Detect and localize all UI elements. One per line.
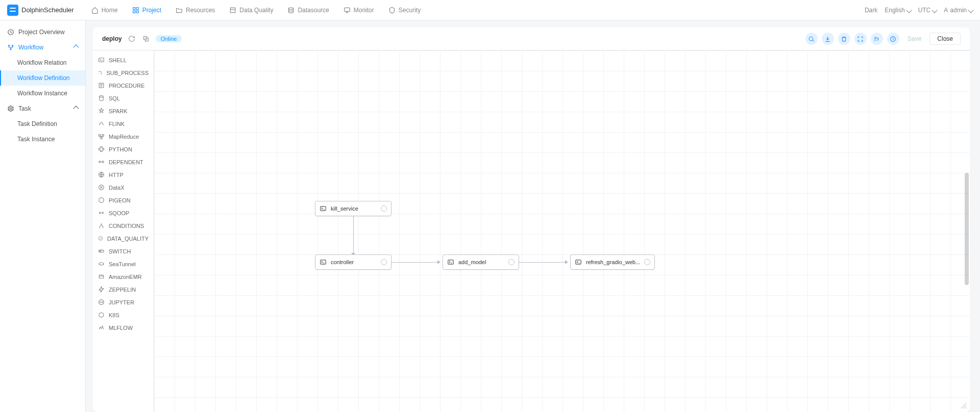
- nav-project[interactable]: Project: [127, 4, 166, 17]
- sidebar-item-wf-relation[interactable]: Workflow Relation: [0, 55, 85, 70]
- workflow-canvas[interactable]: kill_service controller add_model: [154, 50, 970, 412]
- sidebar-group-workflow[interactable]: Workflow: [0, 40, 85, 55]
- svg-rect-4: [231, 8, 235, 12]
- chevron-up-icon: [73, 106, 79, 111]
- version-button[interactable]: [887, 33, 899, 45]
- user-prefix: A: [944, 7, 948, 14]
- sidebar-item-label: Task Instance: [17, 136, 55, 143]
- palette-item-sqoop[interactable]: SQOOP: [93, 207, 154, 219]
- svg-rect-38: [576, 260, 581, 264]
- palette-label: MapReduce: [109, 134, 139, 140]
- svg-point-10: [10, 48, 11, 49]
- node-label: add_model: [458, 259, 504, 265]
- shield-icon: [388, 7, 396, 14]
- svg-point-20: [100, 96, 104, 97]
- nav-home[interactable]: Home: [86, 4, 123, 17]
- palette-item-k8s[interactable]: K8S: [93, 308, 154, 321]
- palette-item-conditions[interactable]: CONDITIONS: [93, 219, 154, 232]
- palette-item-flink[interactable]: FLINK: [93, 117, 154, 130]
- palette-item-procedure[interactable]: PROCEDURE: [93, 79, 154, 92]
- close-button[interactable]: Close: [929, 33, 961, 45]
- refresh-icon[interactable]: [127, 34, 136, 43]
- shell-icon: [575, 259, 582, 266]
- gear-icon: [7, 105, 14, 112]
- nav-datasource[interactable]: Datasource: [282, 4, 334, 17]
- format-button[interactable]: [871, 33, 883, 45]
- palette-item-jupyter[interactable]: JUPYTER: [93, 296, 154, 308]
- save-button[interactable]: Save: [903, 33, 925, 44]
- palette-item-amazonemr[interactable]: AmazonEMR: [93, 270, 154, 283]
- timezone-select[interactable]: UTC: [918, 7, 937, 14]
- svg-rect-2: [133, 11, 135, 13]
- shell-icon: [447, 259, 454, 266]
- palette-label: SeaTunnel: [109, 261, 136, 267]
- sidebar-item-label: Project Overview: [18, 29, 65, 36]
- nav-monitor-label: Monitor: [354, 7, 374, 14]
- sidebar-item-wf-instance[interactable]: Workflow Instance: [0, 86, 85, 101]
- chevron-down-icon: [932, 7, 938, 13]
- chevron-up-icon: [73, 44, 79, 50]
- workflow-name: deploy: [102, 35, 122, 42]
- node-label: controller: [331, 259, 377, 265]
- palette-item-http[interactable]: HTTP: [93, 168, 154, 181]
- topbar-right: Dark English UTC A admin: [865, 7, 973, 14]
- svg-rect-16: [99, 58, 104, 62]
- edge: [390, 262, 438, 263]
- task-palette[interactable]: SHELL SUB_PROCESS PROCEDURE SQL SPARK FL…: [93, 50, 154, 412]
- svg-marker-34: [99, 313, 104, 318]
- nav-monitor[interactable]: Monitor: [338, 4, 379, 17]
- palette-item-pigeon[interactable]: PIGEON: [93, 194, 154, 207]
- svg-rect-6: [345, 8, 350, 11]
- sidebar-group-task[interactable]: Task: [0, 101, 85, 116]
- sidebar-item-task-definition[interactable]: Task Definition: [0, 116, 85, 132]
- sidebar-item-task-instance[interactable]: Task Instance: [0, 132, 85, 147]
- task-node-add-model[interactable]: add_model: [443, 254, 519, 270]
- palette-label: SWITCH: [109, 248, 131, 254]
- nav-data-quality[interactable]: Data Quality: [224, 4, 278, 17]
- palette-item-seatunnel[interactable]: SeaTunnel: [93, 258, 154, 270]
- palette-item-datax[interactable]: DataX: [93, 181, 154, 194]
- task-node-refresh-gradio[interactable]: refresh_gradio_web...: [570, 254, 655, 270]
- sidebar-item-label: Task Definition: [17, 120, 57, 127]
- shell-icon: [320, 259, 327, 266]
- nav-security[interactable]: Security: [383, 4, 426, 17]
- user-menu[interactable]: A admin: [944, 7, 973, 14]
- download-button[interactable]: [822, 33, 834, 45]
- copy-icon[interactable]: [141, 34, 151, 43]
- nav-datasource-label: Datasource: [298, 7, 329, 14]
- editor-body: SHELL SUB_PROCESS PROCEDURE SQL SPARK FL…: [93, 50, 970, 412]
- theme-toggle[interactable]: Dark: [865, 7, 877, 14]
- resize-handle-icon[interactable]: [961, 403, 967, 409]
- palette-item-shell[interactable]: SHELL: [93, 54, 154, 66]
- svg-point-24: [99, 161, 101, 163]
- task-node-controller[interactable]: controller: [315, 254, 391, 270]
- chevron-down-icon: [968, 7, 973, 13]
- svg-rect-21: [99, 135, 101, 136]
- sidebar: Project Overview Workflow Workflow Relat…: [0, 20, 86, 412]
- sidebar-item-wf-definition[interactable]: Workflow Definition: [0, 70, 85, 86]
- node-label: kill_service: [331, 205, 377, 212]
- palette-label: JUPYTER: [109, 299, 134, 305]
- palette-item-dependent[interactable]: DEPENDENT: [93, 156, 154, 168]
- palette-item-switch[interactable]: SWITCH: [93, 245, 154, 258]
- canvas-scrollbar[interactable]: [965, 173, 969, 285]
- svg-rect-23: [101, 137, 102, 139]
- lang-select[interactable]: English: [885, 7, 911, 14]
- task-node-kill-service[interactable]: kill_service: [315, 201, 391, 216]
- sidebar-item-label: Workflow Definition: [17, 74, 69, 82]
- palette-item-sql[interactable]: SQL: [93, 92, 154, 105]
- palette-item-subprocess[interactable]: SUB_PROCESS: [93, 66, 154, 79]
- fullscreen-button[interactable]: [854, 33, 867, 45]
- sidebar-item-overview[interactable]: Project Overview: [0, 24, 85, 40]
- nav-resources[interactable]: Resources: [170, 4, 220, 17]
- zoom-button[interactable]: [805, 33, 818, 45]
- svg-point-31: [100, 250, 101, 252]
- delete-button[interactable]: [838, 33, 850, 45]
- palette-item-spark[interactable]: SPARK: [93, 105, 154, 117]
- palette-label: SUB_PROCESS: [106, 70, 149, 76]
- palette-item-python[interactable]: PYTHON: [93, 143, 154, 156]
- palette-item-mlflow[interactable]: MLFLOW: [93, 321, 154, 334]
- palette-item-zeppelin[interactable]: ZEPPELIN: [93, 283, 154, 296]
- palette-item-dataquality[interactable]: DATA_QUALITY: [93, 232, 154, 245]
- palette-item-mapreduce[interactable]: MapReduce: [93, 130, 154, 143]
